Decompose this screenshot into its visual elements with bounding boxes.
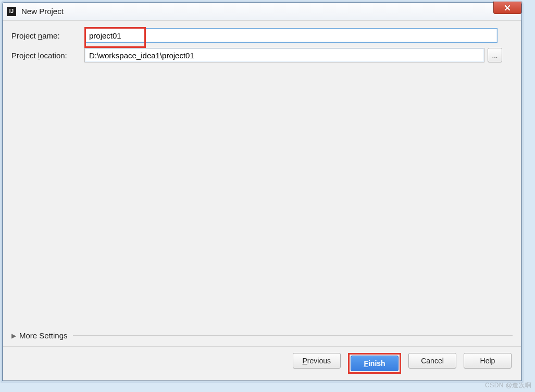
titlebar: IJ New Project — [3, 3, 521, 20]
finish-button[interactable]: Finish — [351, 356, 399, 371]
project-location-label: Project location: — [11, 51, 84, 60]
project-name-input[interactable] — [84, 28, 497, 43]
cancel-button[interactable]: Cancel — [408, 353, 456, 369]
new-project-dialog: IJ New Project Project name: Project loc… — [2, 2, 522, 381]
expand-right-icon: ▶ — [11, 332, 16, 339]
browse-location-button[interactable]: ... — [488, 48, 502, 62]
close-button[interactable] — [493, 2, 521, 14]
more-settings-toggle[interactable]: ▶ More Settings — [11, 331, 513, 340]
content-spacer — [11, 68, 513, 331]
project-name-label: Project name: — [11, 31, 84, 40]
button-divider — [3, 346, 521, 347]
ellipsis-icon: ... — [492, 52, 498, 59]
project-name-row: Project name: — [11, 28, 513, 43]
watermark-text: CSDN @造次啊 — [485, 381, 532, 390]
project-location-row: Project location: ... — [11, 48, 513, 62]
project-location-input[interactable] — [84, 48, 484, 62]
more-settings-divider — [73, 335, 513, 336]
more-settings-label: More Settings — [19, 331, 68, 340]
app-icon: IJ — [7, 7, 16, 16]
finish-highlight: Finish — [348, 353, 401, 374]
previous-button[interactable]: Previous — [293, 353, 341, 369]
help-button[interactable]: Help — [464, 353, 512, 369]
project-name-highlight — [84, 28, 497, 43]
window-title: New Project — [21, 7, 64, 16]
dialog-content: Project name: Project location: ... ▶ Mo… — [3, 20, 521, 381]
dialog-buttons: Previous Finish Cancel Help — [11, 353, 513, 374]
close-icon — [504, 4, 511, 11]
